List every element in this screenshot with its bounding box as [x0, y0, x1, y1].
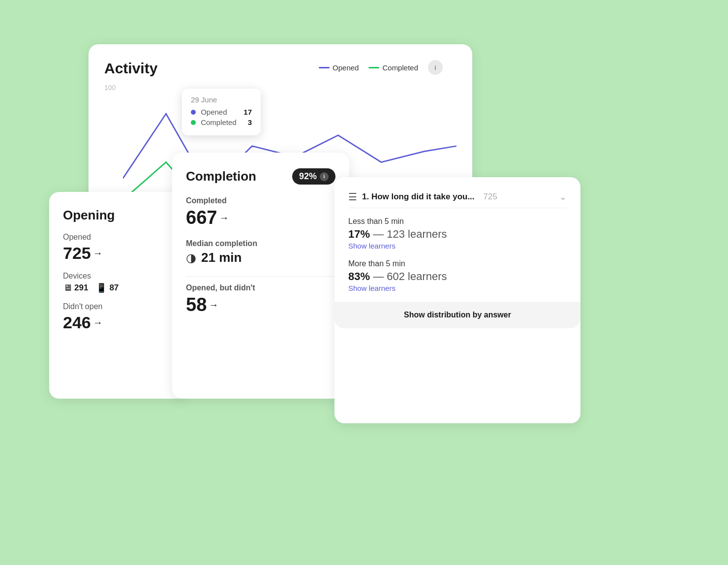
- didnt-open-value: 246 →: [63, 313, 173, 332]
- opened-but-didnt-stat: Opened, but didn't 58 →: [186, 283, 335, 315]
- completed-legend-label: Completed: [382, 63, 418, 72]
- completed-stat: Completed 667 →: [186, 196, 335, 228]
- completed-line: [368, 67, 379, 68]
- opened-but-didnt-arrow: →: [209, 299, 218, 311]
- didnt-open-arrow: →: [93, 317, 103, 328]
- devices-section: Devices 🖥 291 📱 87: [63, 272, 173, 293]
- completed-stat-value: 667 →: [186, 207, 335, 228]
- didnt-open-label: Didn't open: [63, 302, 173, 311]
- didnt-open-number: 246: [63, 313, 91, 332]
- tooltip-completed-dot: [191, 120, 196, 125]
- median-value: 21 min: [201, 250, 242, 265]
- opened-label: Opened: [63, 233, 173, 242]
- answer-pct-0: 17%: [348, 228, 370, 240]
- opened-number: 725: [63, 244, 91, 263]
- mobile-device: 📱 87: [96, 282, 119, 293]
- badge-value: 92%: [299, 171, 317, 182]
- answer-label-0: Less than 5 min: [348, 217, 567, 226]
- mobile-count: 87: [109, 283, 119, 293]
- tooltip-completed-value: 3: [248, 118, 252, 126]
- tooltip-opened-label: Opened: [201, 108, 227, 116]
- question-list-icon: ☰: [348, 191, 357, 203]
- completion-card: Completion 92% i Completed 667 → Median …: [172, 153, 349, 399]
- completion-header: Completion 92% i: [186, 168, 335, 185]
- answer-learners-0: — 123 learners: [373, 228, 447, 240]
- chevron-down-icon[interactable]: ⌄: [559, 191, 567, 202]
- chart-tooltip: 29 June Opened 17 Completed 3: [182, 89, 261, 135]
- question-header-left: ☰ 1. How long did it take you... 725: [348, 191, 497, 203]
- legend-completed: Completed: [368, 63, 418, 72]
- answer-section-0: Less than 5 min 17% — 123 learners Show …: [348, 217, 567, 251]
- question-count: 725: [484, 192, 497, 202]
- devices-label: Devices: [63, 272, 173, 281]
- median-row: ◑ 21 min: [186, 250, 335, 265]
- clock-icon: ◑: [186, 251, 196, 265]
- answer-section-1: More than 5 min 83% — 602 learners Show …: [348, 259, 567, 293]
- legend-opened: Opened: [319, 63, 359, 72]
- opened-value: 725 →: [63, 244, 173, 263]
- opened-legend-label: Opened: [333, 63, 359, 72]
- opened-section: Opened 725 →: [63, 233, 173, 263]
- question-card: ☰ 1. How long did it take you... 725 ⌄ L…: [334, 177, 580, 423]
- tooltip-opened-value: 17: [243, 108, 252, 116]
- question-header: ☰ 1. How long did it take you... 725 ⌄: [348, 191, 567, 208]
- devices-row: 🖥 291 📱 87: [63, 282, 173, 293]
- tooltip-opened-dot: [191, 110, 196, 115]
- opening-title: Opening: [63, 208, 173, 223]
- opened-but-didnt-label: Opened, but didn't: [186, 283, 335, 292]
- mobile-icon: 📱: [96, 282, 107, 293]
- answer-learners-1: — 602 learners: [373, 270, 447, 282]
- completion-badge: 92% i: [292, 168, 335, 185]
- median-stat: Median completion ◑ 21 min: [186, 239, 335, 265]
- answer-value-0: 17% — 123 learners: [348, 228, 567, 241]
- tooltip-completed-label-container: Completed: [191, 118, 237, 126]
- median-label: Median completion: [186, 239, 335, 248]
- opened-line: [319, 67, 330, 68]
- completion-title: Completion: [186, 169, 256, 184]
- opening-card: Opening Opened 725 → Devices 🖥 291 📱 87 …: [49, 192, 187, 399]
- opened-but-didnt-value: 58 →: [186, 294, 335, 315]
- y-label-100: 100: [104, 84, 116, 92]
- badge-info-icon: i: [320, 172, 329, 181]
- completed-arrow: →: [219, 212, 229, 223]
- show-distribution-button[interactable]: Show distribution by answer: [334, 302, 580, 328]
- tooltip-completed-row: Completed 3: [191, 118, 252, 126]
- desktop-device: 🖥 291: [63, 283, 88, 293]
- didnt-open-section: Didn't open 246 →: [63, 302, 173, 332]
- show-learners-link-0[interactable]: Show learners: [348, 242, 395, 250]
- answer-value-1: 83% — 602 learners: [348, 270, 567, 283]
- completed-stat-label: Completed: [186, 196, 335, 205]
- desktop-icon: 🖥: [63, 283, 72, 293]
- opened-but-didnt-number: 58: [186, 294, 207, 315]
- tooltip-completed-label: Completed: [201, 118, 237, 126]
- answer-pct-1: 83%: [348, 270, 370, 282]
- divider: [186, 276, 335, 277]
- completed-number: 667: [186, 207, 217, 228]
- answer-label-1: More than 5 min: [348, 259, 567, 268]
- tooltip-date: 29 June: [191, 95, 252, 104]
- tooltip-opened-label-container: Opened: [191, 108, 227, 116]
- tooltip-opened-row: Opened 17: [191, 108, 252, 116]
- question-text: 1. How long did it take you...: [362, 192, 475, 202]
- chart-legend: Opened Completed i: [319, 60, 443, 75]
- info-icon[interactable]: i: [428, 60, 443, 75]
- desktop-count: 291: [74, 283, 88, 293]
- opened-arrow: →: [93, 248, 103, 259]
- show-learners-link-1[interactable]: Show learners: [348, 284, 395, 292]
